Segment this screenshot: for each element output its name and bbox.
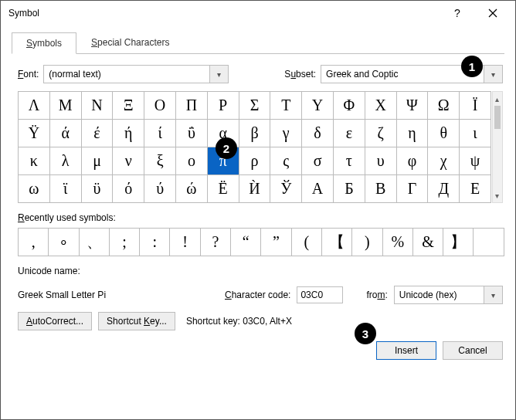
recent-cell[interactable]: ): [352, 229, 382, 256]
recent-cell[interactable]: &: [413, 229, 443, 256]
char-cell[interactable]: ά: [50, 120, 82, 147]
char-cell[interactable]: υ: [365, 147, 397, 175]
char-cell[interactable]: χ: [428, 147, 460, 175]
char-cell[interactable]: Ν: [82, 92, 114, 120]
recent-cell[interactable]: %: [383, 229, 413, 256]
char-cell[interactable]: Ψ: [397, 92, 429, 120]
recent-cell[interactable]: :: [140, 229, 170, 256]
char-cell[interactable]: Ё: [208, 175, 239, 203]
char-cell[interactable]: Σ: [239, 92, 271, 120]
char-cell[interactable]: Г: [397, 175, 429, 203]
tab-special-characters[interactable]: Special Characters: [76, 32, 184, 53]
char-cell[interactable]: Ï: [460, 92, 491, 120]
chevron-down-icon: ▾: [484, 286, 502, 303]
recent-cell[interactable]: ,: [19, 229, 49, 256]
unicode-name-label: Unicode name:: [18, 266, 503, 276]
shortcut-row: AutoCorrect... Shortcut Key... Shortcut …: [18, 312, 503, 330]
shortcut-key-button[interactable]: Shortcut Key...: [98, 312, 175, 330]
char-cell[interactable]: Ρ: [208, 92, 239, 120]
char-cell[interactable]: Π: [176, 92, 208, 120]
recent-cell[interactable]: [474, 229, 504, 256]
char-cell[interactable]: ύ: [144, 175, 176, 203]
recent-cell[interactable]: (: [292, 229, 322, 256]
char-cell[interactable]: ο: [176, 147, 208, 175]
char-cell[interactable]: Ξ: [113, 92, 144, 120]
char-cell[interactable]: έ: [82, 120, 114, 147]
scroll-thumb[interactable]: [494, 106, 501, 129]
shortcut-text: Shortcut key: 03C0, Alt+X: [186, 316, 292, 327]
char-cell[interactable]: Φ: [334, 92, 365, 120]
char-cell[interactable]: Υ: [302, 92, 334, 120]
char-cell[interactable]: Τ: [270, 92, 302, 120]
chevron-down-icon: ▾: [484, 66, 502, 83]
char-cell[interactable]: γ: [270, 120, 302, 147]
char-cell[interactable]: ε: [334, 120, 365, 147]
char-cell[interactable]: Ω: [428, 92, 460, 120]
char-cell[interactable]: λ: [50, 147, 82, 175]
char-cell[interactable]: Χ: [365, 92, 397, 120]
scroll-down-icon[interactable]: ▾: [493, 188, 502, 202]
char-cell[interactable]: σ: [302, 147, 334, 175]
char-cell[interactable]: κ: [19, 147, 50, 175]
char-cell[interactable]: η: [397, 120, 429, 147]
char-cell[interactable]: Е: [460, 175, 491, 203]
char-cell[interactable]: ή: [113, 120, 144, 147]
char-cell[interactable]: ι: [460, 120, 491, 147]
cancel-button[interactable]: Cancel: [443, 341, 503, 360]
from-combo[interactable]: Unicode (hex) ▾: [394, 286, 503, 304]
callout-2: 2: [216, 137, 237, 159]
char-cell[interactable]: Ў: [270, 175, 302, 203]
recent-cell[interactable]: “: [231, 229, 261, 256]
char-cell[interactable]: ΰ: [176, 120, 208, 147]
char-cell[interactable]: ξ: [144, 147, 176, 175]
scroll-up-icon[interactable]: ▴: [493, 92, 502, 106]
char-cell[interactable]: δ: [302, 120, 334, 147]
tab-symbols[interactable]: Symbols: [12, 32, 76, 54]
char-cell[interactable]: β: [239, 120, 271, 147]
char-cell[interactable]: А: [302, 175, 334, 203]
char-cell[interactable]: Λ: [19, 92, 50, 120]
recent-cell[interactable]: 】: [443, 229, 474, 256]
char-cell[interactable]: τ: [334, 147, 365, 175]
insert-button[interactable]: Insert: [376, 341, 436, 360]
char-cell[interactable]: ρ: [239, 147, 271, 175]
recent-cell[interactable]: !: [170, 229, 200, 256]
recent-cell[interactable]: 【: [322, 229, 352, 256]
char-cell[interactable]: ν: [113, 147, 144, 175]
char-cell[interactable]: ί: [144, 120, 176, 147]
grid-scrollbar[interactable]: ▴ ▾: [492, 91, 503, 203]
character-grid[interactable]: ΛΜΝΞΟΠΡΣΤΥΦΧΨΩÏŸάέήίΰαβγδεζηθικλμνξοπρςσ…: [18, 91, 491, 203]
recent-cell[interactable]: ;: [110, 229, 140, 256]
scroll-track[interactable]: [493, 106, 502, 188]
recent-cell[interactable]: 、: [80, 229, 110, 256]
char-cell[interactable]: В: [365, 175, 397, 203]
char-cell[interactable]: Ο: [144, 92, 176, 120]
charcode-input[interactable]: 03C0: [297, 286, 343, 303]
help-button[interactable]: ?: [440, 1, 475, 25]
font-combo[interactable]: (normal text) ▾: [43, 65, 229, 83]
from-label: from:: [366, 290, 387, 300]
char-cell[interactable]: ω: [19, 175, 50, 203]
autocorrect-button[interactable]: AutoCorrect...: [18, 312, 92, 330]
recent-grid[interactable]: ,∘、;:!?“”(【)%&】: [18, 228, 504, 256]
char-cell[interactable]: ζ: [365, 120, 397, 147]
char-cell[interactable]: ϋ: [82, 175, 114, 203]
recent-cell[interactable]: ”: [261, 229, 291, 256]
char-cell[interactable]: ς: [270, 147, 302, 175]
char-cell[interactable]: ψ: [460, 147, 491, 175]
close-button[interactable]: [475, 1, 511, 25]
char-cell[interactable]: Б: [334, 175, 365, 203]
char-cell[interactable]: ϊ: [50, 175, 82, 203]
font-subset-row: Font: (normal text) ▾ Subset: Greek and …: [18, 65, 503, 83]
char-cell[interactable]: Ÿ: [19, 120, 50, 147]
char-cell[interactable]: Д: [428, 175, 460, 203]
char-cell[interactable]: θ: [428, 120, 460, 147]
char-cell[interactable]: Μ: [50, 92, 82, 120]
char-cell[interactable]: μ: [82, 147, 114, 175]
char-cell[interactable]: ό: [113, 175, 144, 203]
char-cell[interactable]: ώ: [176, 175, 208, 203]
recent-cell[interactable]: ∘: [49, 229, 79, 256]
char-cell[interactable]: Ѝ: [239, 175, 271, 203]
recent-cell[interactable]: ?: [201, 229, 231, 256]
char-cell[interactable]: φ: [397, 147, 429, 175]
